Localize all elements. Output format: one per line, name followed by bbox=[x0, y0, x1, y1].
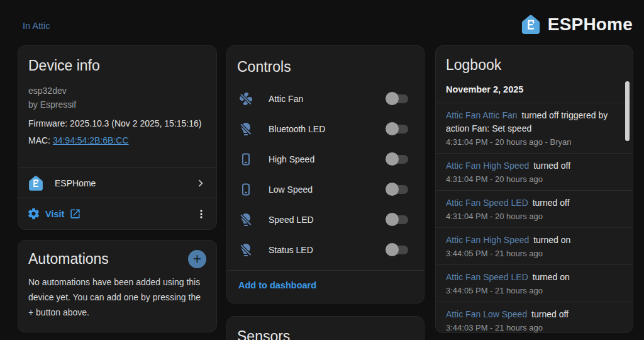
mac-link[interactable]: 34:94:54:2B:6B:CC bbox=[53, 135, 129, 145]
logbook-entry: Attic Fan Speed LED turned on 3:44:05 PM… bbox=[436, 264, 633, 302]
logbook-timestamp: 3:44:05 PM - 21 hours ago bbox=[446, 249, 623, 258]
open-in-new-icon[interactable] bbox=[69, 208, 81, 220]
automations-card: Automations + No automations have been a… bbox=[18, 240, 217, 332]
toggle-status-led[interactable] bbox=[387, 246, 408, 254]
logbook-title: Logbook bbox=[436, 46, 633, 74]
automations-empty-text: No automations have been added using thi… bbox=[18, 268, 216, 320]
control-row-status-led: Status LED bbox=[227, 235, 424, 265]
logbook-entity-link[interactable]: Attic Fan High Speed bbox=[446, 161, 529, 171]
control-row-speed-led: Speed LED bbox=[227, 205, 424, 235]
logbook-card: Logbook November 2, 2025 Attic Fan Attic… bbox=[435, 45, 633, 333]
device-mac: MAC: 34:94:54:2B:6B:CC bbox=[18, 135, 216, 145]
logbook-entity-link[interactable]: Attic Fan Speed LED bbox=[446, 198, 528, 208]
logbook-entry: Attic Fan High Speed turned on 3:44:05 P… bbox=[436, 227, 633, 264]
logbook-message: turned off bbox=[533, 198, 570, 208]
logbook-entry: Attic Fan Low Speed turned off 3:44:03 P… bbox=[436, 302, 633, 333]
esphome-brand: ESPHome bbox=[519, 13, 633, 36]
controls-card: Controls Attic Fan bbox=[226, 45, 425, 303]
logbook-entity-link[interactable]: Attic Fan High Speed bbox=[446, 235, 529, 245]
device-manufacturer: by Espressif bbox=[28, 98, 206, 111]
logbook-timestamp: 3:44:05 PM - 21 hours ago bbox=[446, 286, 623, 295]
esphome-logo-icon bbox=[519, 13, 542, 36]
device-info-card: Device info esp32dev by Espressif Firmwa… bbox=[18, 45, 217, 230]
device-firmware: Firmware: 2025.10.3 (Nov 2 2025, 15:15:1… bbox=[18, 118, 216, 128]
control-row-attic-fan: Attic Fan bbox=[227, 84, 424, 114]
logbook-message: turned off bbox=[531, 309, 569, 319]
add-automation-button[interactable]: + bbox=[188, 250, 206, 268]
breadcrumb[interactable]: In Attic bbox=[23, 21, 50, 31]
toggle-bluetooth-led[interactable] bbox=[387, 125, 408, 133]
control-row-low-speed: Low Speed bbox=[227, 174, 424, 205]
logbook-timestamp: 4:31:04 PM - 20 hours ago bbox=[446, 212, 623, 221]
logbook-message: turned on bbox=[533, 272, 570, 282]
kebab-menu-icon[interactable] bbox=[195, 208, 208, 220]
control-label: Bluetooth LED bbox=[269, 124, 325, 134]
control-row-bluetooth-led: Bluetooth LED bbox=[227, 114, 424, 144]
lightbulb-off-icon bbox=[238, 212, 253, 227]
logbook-message: turned on bbox=[533, 235, 570, 245]
logbook-message: turned off bbox=[533, 161, 570, 171]
control-label: Status LED bbox=[269, 245, 313, 255]
logbook-entry: Attic Fan Attic Fan turned off triggered… bbox=[436, 103, 633, 153]
logbook-scrollbar[interactable] bbox=[625, 81, 630, 141]
switch-icon bbox=[238, 152, 253, 167]
automations-title: Automations bbox=[28, 251, 109, 268]
fan-off-icon bbox=[238, 91, 253, 106]
toggle-high-speed[interactable] bbox=[387, 155, 408, 164]
logbook-timestamp: 4:31:04 PM - 20 hours ago bbox=[446, 174, 623, 184]
device-page: In Attic ESPHome Device info esp32dev by… bbox=[0, 0, 644, 340]
sensors-title: Sensors bbox=[227, 317, 424, 340]
add-to-dashboard-link[interactable]: Add to dashboard bbox=[227, 270, 424, 300]
logbook-entry: Attic Fan High Speed turned off 4:31:04 … bbox=[436, 153, 633, 190]
logbook-entity-link[interactable]: Attic Fan Attic Fan bbox=[446, 110, 518, 120]
lightbulb-off-icon bbox=[238, 122, 253, 137]
lightbulb-off-icon bbox=[238, 242, 253, 258]
control-label: Low Speed bbox=[269, 184, 313, 195]
toggle-low-speed[interactable] bbox=[387, 185, 408, 194]
control-label: Attic Fan bbox=[269, 94, 303, 104]
device-info-title: Device info bbox=[18, 46, 216, 74]
switch-icon bbox=[238, 182, 253, 197]
logbook-entry: Attic Fan Speed LED turned off 4:31:04 P… bbox=[436, 190, 633, 227]
logbook-entity-link[interactable]: Attic Fan Low Speed bbox=[446, 309, 527, 319]
control-label: High Speed bbox=[269, 154, 314, 164]
chevron-right-icon bbox=[194, 176, 208, 190]
integration-label: ESPHome bbox=[55, 178, 96, 188]
esphome-logo-icon bbox=[27, 174, 45, 192]
brand-title: ESPHome bbox=[548, 14, 633, 35]
toggle-attic-fan[interactable] bbox=[387, 94, 408, 103]
logbook-timestamp: 4:31:04 PM - 20 hours ago - Bryan bbox=[446, 137, 623, 147]
mac-label: MAC: bbox=[28, 135, 50, 145]
device-actions-row: Visit bbox=[18, 198, 216, 229]
logbook-date-header: November 2, 2025 bbox=[436, 74, 633, 103]
gear-icon[interactable] bbox=[27, 207, 40, 220]
control-row-high-speed: High Speed bbox=[227, 144, 424, 174]
device-model: esp32dev bbox=[28, 84, 206, 98]
visit-link[interactable]: Visit bbox=[45, 209, 64, 219]
sensors-card: Sensors bbox=[226, 316, 425, 340]
logbook-timestamp: 3:44:03 PM - 21 hours ago bbox=[446, 323, 623, 332]
integration-row-esphome[interactable]: ESPHome bbox=[18, 167, 216, 198]
control-label: Speed LED bbox=[269, 215, 314, 225]
toggle-speed-led[interactable] bbox=[387, 215, 408, 224]
logbook-entity-link[interactable]: Attic Fan Speed LED bbox=[446, 272, 528, 282]
controls-title: Controls bbox=[227, 46, 424, 76]
